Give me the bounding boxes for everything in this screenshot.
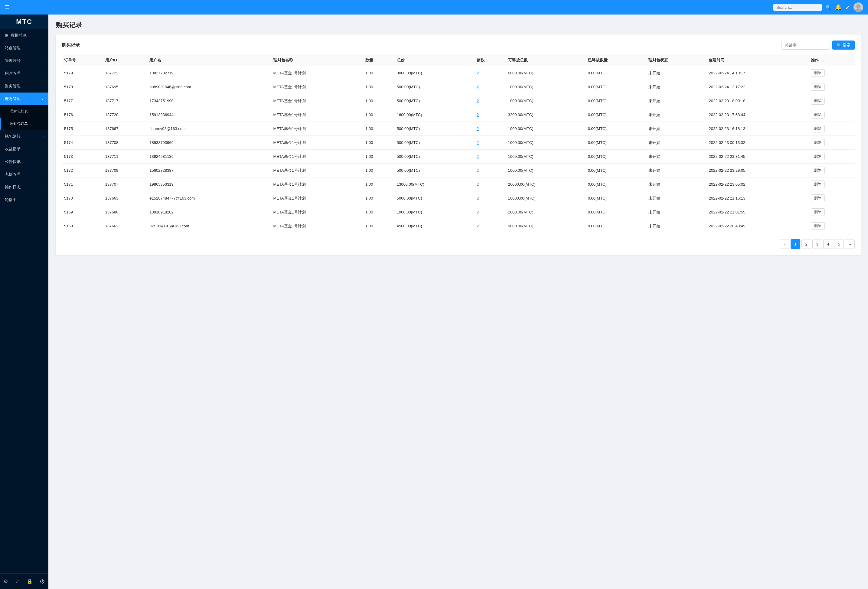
expand-icon[interactable]: ⤢ — [13, 577, 21, 586]
search-icon: 🔍 — [837, 43, 841, 47]
cell-released: 0.00(MTC) — [586, 80, 646, 94]
sidebar-item-recharge-label: 充提管理 — [5, 172, 21, 177]
cell-multiplier: 2 — [474, 136, 506, 150]
cell-qty: 1.00 — [363, 164, 394, 177]
page-next-button[interactable]: » — [845, 239, 855, 249]
sidebar-item-announcements[interactable]: 公告快讯 › — [0, 155, 49, 168]
cell-total: 500.00(MTC) — [394, 150, 474, 164]
page-4-button[interactable]: 4 — [823, 239, 833, 249]
cell-action: 删除 — [808, 164, 855, 177]
page-3-button[interactable]: 3 — [812, 239, 822, 249]
sidebar-item-finance-label: 财务管理 — [5, 83, 21, 89]
sidebar-item-recharge[interactable]: 充提管理 › — [0, 168, 49, 181]
cell-product: META基金1号计划 — [271, 164, 363, 177]
delete-button[interactable]: 删除 — [811, 97, 825, 105]
delete-button[interactable]: 删除 — [811, 69, 825, 77]
sidebar-item-oplog[interactable]: 操作日志 › — [0, 181, 49, 193]
cell-qty: 1.00 — [363, 136, 394, 150]
cell-releasable: 1000.00(MTC) — [506, 164, 586, 177]
delete-button[interactable]: 删除 — [811, 153, 825, 160]
sidebar-item-banner-label: 轮播图 — [5, 197, 17, 202]
sidebar-item-dashboard[interactable]: ⊞ 数据总览 — [0, 29, 49, 42]
cell-username: 13827702719 — [147, 66, 271, 80]
pagination: « 1 2 3 4 5 » — [62, 239, 855, 249]
search-input[interactable] — [774, 4, 822, 11]
sidebar-item-earnings[interactable]: 收益记录 › — [0, 143, 49, 155]
sidebar-item-site[interactable]: 站点管理 › — [0, 42, 49, 55]
sidebar-item-earnings-label: 收益记录 — [5, 146, 21, 152]
cell-releasable: 1000.00(MTC) — [506, 80, 586, 94]
table-row: 5177 137717 17343751990 META基金1号计划 1.00 … — [62, 94, 855, 108]
notification-icon[interactable]: 🔔 — [835, 4, 842, 10]
cell-product: META基金1号计划 — [271, 205, 363, 219]
delete-button[interactable]: 删除 — [811, 125, 825, 133]
cell-releasable: 10000.00(MTC) — [506, 191, 586, 205]
card-header: 购买记录 🔍 搜索 — [62, 40, 855, 50]
delete-button[interactable]: 删除 — [811, 222, 825, 230]
cell-id: 5169 — [62, 205, 103, 219]
page-1-button[interactable]: 1 — [791, 239, 800, 249]
cell-action: 删除 — [808, 205, 855, 219]
cell-multiplier: 2 — [474, 122, 506, 136]
sidebar-item-wallet[interactable]: 钱包划转 › — [0, 130, 49, 143]
fullscreen-icon[interactable]: ⤢ — [845, 4, 850, 10]
page-5-button[interactable]: 5 — [834, 239, 844, 249]
cell-id: 5178 — [62, 80, 103, 94]
search-button[interactable]: 🔍 搜索 — [832, 40, 855, 50]
hamburger-icon[interactable]: ☰ — [5, 4, 10, 10]
delete-button[interactable]: 删除 — [811, 111, 825, 118]
delete-button[interactable]: 删除 — [811, 83, 825, 91]
keyword-input[interactable] — [781, 41, 830, 50]
delete-button[interactable]: 删除 — [811, 139, 825, 146]
cell-multiplier: 2 — [474, 205, 506, 219]
cell-released: 0.00(MTC) — [586, 177, 646, 191]
lock-icon[interactable]: 🔒 — [25, 577, 34, 586]
cell-id: 5177 — [62, 94, 103, 108]
svg-point-0 — [856, 4, 861, 9]
header-search-button[interactable]: 🔍 — [825, 4, 831, 10]
sidebar-item-wealth[interactable]: 理财管理 ∨ — [0, 93, 49, 105]
sidebar-item-wealth-list[interactable]: 理财包列表 — [0, 105, 49, 118]
cell-product: META基金1号计划 — [271, 177, 363, 191]
cell-qty: 1.00 — [363, 205, 394, 219]
table-row: 5170 137663 e15287484777@163.com META基金1… — [62, 191, 855, 205]
sidebar-item-wealth-order[interactable]: 理财包订单 — [0, 118, 49, 130]
cell-created: 2022-02-23 16:18:13 — [706, 122, 808, 136]
cell-released: 0.00(MTC) — [586, 94, 646, 108]
delete-button[interactable]: 删除 — [811, 180, 825, 188]
cell-status: 未开始 — [646, 108, 707, 122]
cell-product: META基金1号计划 — [271, 66, 363, 80]
table-row: 5179 137722 13827702719 META基金1号计划 1.00 … — [62, 66, 855, 80]
cell-total: 500.00(MTC) — [394, 94, 474, 108]
cell-multiplier: 2 — [474, 66, 506, 80]
cell-released: 0.00(MTC) — [586, 205, 646, 219]
page-prev-button[interactable]: « — [780, 239, 789, 249]
cell-uid: 137717 — [103, 94, 147, 108]
cell-id: 5172 — [62, 164, 103, 177]
power-icon[interactable]: ⏻ — [38, 577, 47, 586]
delete-button[interactable]: 删除 — [811, 208, 825, 216]
cell-uid: 137680 — [103, 205, 147, 219]
top-header: ☰ 🔍 🔔 ⤢ — [0, 0, 868, 15]
sidebar-item-accounts[interactable]: 管理账号 › — [0, 55, 49, 67]
settings-icon[interactable]: ⚙ — [2, 577, 10, 586]
user-avatar[interactable] — [853, 2, 863, 12]
cell-multiplier: 2 — [474, 164, 506, 177]
cell-created: 2022-02-22 21:16:13 — [706, 191, 808, 205]
cell-released: 0.00(MTC) — [586, 66, 646, 80]
cell-created: 2022-02-23 18:00:18 — [706, 94, 808, 108]
delete-button[interactable]: 删除 — [811, 195, 825, 202]
col-id: 订单号 — [62, 55, 103, 66]
chevron-down-icon: ∨ — [41, 97, 44, 101]
cell-releasable: 1000.00(MTC) — [506, 150, 586, 164]
cell-releasable: 9000.00(MTC) — [506, 219, 586, 233]
cell-username: 17343751990 — [147, 94, 271, 108]
sidebar-item-banner[interactable]: 轮播图 › — [0, 193, 49, 206]
page-2-button[interactable]: 2 — [802, 239, 811, 249]
cell-id: 5168 — [62, 219, 103, 233]
sidebar-item-users[interactable]: 用户管理 › — [0, 67, 49, 80]
chevron-right-icon: › — [42, 84, 44, 88]
cell-action: 删除 — [808, 191, 855, 205]
delete-button[interactable]: 删除 — [811, 167, 825, 174]
sidebar-item-finance[interactable]: 财务管理 › — [0, 80, 49, 93]
